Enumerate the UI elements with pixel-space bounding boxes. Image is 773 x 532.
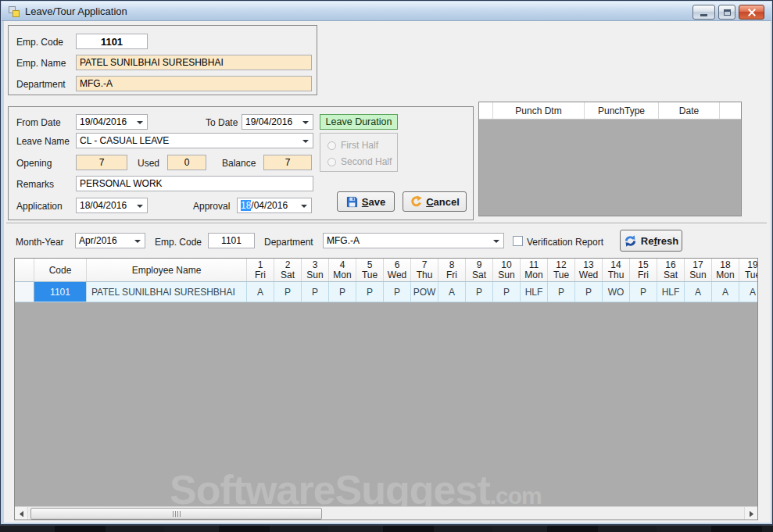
leave-duration-button[interactable]: Leave Duration (320, 114, 398, 130)
scroll-right-button[interactable] (744, 507, 757, 520)
day-status-cell[interactable]: P (274, 282, 302, 302)
second-half-option: Second Half (327, 156, 392, 167)
day-status-cell[interactable]: P (356, 282, 384, 302)
department-field[interactable]: MFG.-A (76, 76, 312, 91)
from-date-label: From Date (16, 117, 61, 128)
approval-date-combo[interactable]: 18/04/2016 (237, 198, 312, 213)
employee-panel: Emp. Code 1101 Emp. Name PATEL SUNILBHAI… (8, 25, 317, 95)
punch-row-header[interactable] (479, 102, 493, 119)
day-column-header[interactable]: 8Fri (438, 259, 466, 281)
day-column-header[interactable]: 7Thu (411, 259, 438, 281)
minimize-button[interactable] (692, 5, 715, 20)
leave-name-combo[interactable]: CL - CASUAL LEAVE (76, 133, 313, 148)
punch-date-column-header[interactable]: Date (659, 102, 720, 119)
day-status-cell[interactable]: P (302, 282, 329, 302)
chevron-down-icon (493, 240, 499, 243)
day-status-cell[interactable]: P (548, 282, 575, 302)
filter-department-combo[interactable]: MFG.-A (323, 233, 504, 248)
day-status-cell[interactable]: A (712, 282, 739, 302)
remarks-input[interactable]: PERSONAL WORK (76, 176, 313, 191)
day-column-header[interactable]: 4Mon (329, 259, 356, 281)
employee-name-cell[interactable]: PATEL SUNILBHAI SURESHBHAI (87, 282, 247, 302)
punch-dtm-column-header[interactable]: Punch Dtm (493, 102, 585, 119)
save-icon (346, 196, 358, 208)
day-column-header[interactable]: 13Wed (575, 259, 603, 281)
day-column-header[interactable]: 16Sat (657, 259, 685, 281)
maximize-icon (724, 9, 731, 16)
day-column-header[interactable]: 12Tue (548, 259, 575, 281)
used-label: Used (138, 158, 159, 169)
day-status-cell[interactable]: A (685, 282, 712, 302)
day-column-header[interactable]: 15Fri (630, 259, 657, 281)
day-column-header[interactable]: 9Sat (466, 259, 493, 281)
day-status-cell[interactable]: P (329, 282, 356, 302)
cancel-label: ancel (434, 196, 460, 208)
horizontal-scrollbar[interactable] (15, 506, 757, 520)
save-button[interactable]: Save (337, 191, 395, 212)
attendance-grid: Code Employee Name 1Fri2Sat3Sun4Mon5Tue6… (14, 258, 758, 520)
cancel-button[interactable]: Cancel (403, 191, 467, 212)
day-column-header[interactable]: 6Wed (384, 259, 411, 281)
day-column-header[interactable]: 1Fri (247, 259, 274, 281)
to-date-label: To Date (206, 117, 238, 128)
day-column-header[interactable]: 18Mon (712, 259, 739, 281)
day-column-header[interactable]: 3Sun (302, 259, 329, 281)
day-status-cell[interactable]: P (384, 282, 411, 302)
to-date-combo[interactable]: 19/04/2016 (242, 114, 313, 130)
code-column-header[interactable]: Code (34, 259, 87, 281)
day-column-header[interactable]: 17Sun (685, 259, 712, 281)
punch-type-column-header[interactable]: PunchType (585, 102, 659, 119)
verification-report-label: Verification Report (527, 237, 603, 248)
day-column-header[interactable]: 14Thu (603, 259, 630, 281)
emp-code-input[interactable]: 1101 (76, 34, 148, 49)
close-button[interactable] (739, 5, 764, 20)
month-year-combo[interactable]: Apr/2016 (75, 233, 145, 248)
row-header-cell[interactable] (15, 282, 34, 302)
day-status-cell[interactable]: P (493, 282, 521, 302)
day-status-cell[interactable]: A (438, 282, 466, 302)
attendance-row[interactable]: 1101 PATEL SUNILBHAI SURESHBHAI APPPPPPO… (15, 282, 757, 302)
day-status-cell[interactable]: WO (603, 282, 630, 302)
emp-name-field[interactable]: PATEL SUNILBHAI SURESHBHAI (76, 55, 312, 70)
approval-date-rest: /04/2016 (251, 200, 288, 211)
half-day-group: First Half Second Half (320, 133, 398, 172)
day-status-cell[interactable]: A (739, 282, 757, 302)
minimize-icon (700, 14, 707, 16)
emp-name-label: Emp. Name (16, 58, 66, 69)
day-column-header[interactable]: 2Sat (274, 259, 302, 281)
application-date-combo[interactable]: 18/04/2016 (76, 198, 148, 213)
filter-emp-code-label: Emp. Code (155, 237, 202, 248)
day-column-header[interactable]: 11Mon (521, 259, 548, 281)
cancel-icon (410, 195, 422, 208)
verification-report-checkbox[interactable] (513, 236, 523, 246)
from-date-combo[interactable]: 19/04/2016 (76, 114, 148, 130)
chevron-down-icon (137, 121, 143, 124)
day-status-cell[interactable]: P (575, 282, 603, 302)
day-status-cell[interactable]: A (247, 282, 274, 302)
filter-emp-code-input[interactable]: 1101 (208, 233, 255, 248)
day-status-cell[interactable]: P (466, 282, 493, 302)
grid-corner-header[interactable] (15, 259, 34, 281)
refresh-label-post: resh (657, 235, 678, 247)
chevron-down-icon (302, 121, 309, 124)
maximize-button[interactable] (718, 5, 735, 20)
code-cell[interactable]: 1101 (34, 282, 87, 302)
refresh-button[interactable]: Refresh (620, 230, 682, 252)
title-bar[interactable]: Leave/Tour Application (2, 2, 771, 21)
leave-name-value: CL - CASUAL LEAVE (80, 135, 169, 146)
day-status-cell[interactable]: HLF (657, 282, 685, 302)
punch-grid: Punch Dtm PunchType Date (478, 102, 742, 216)
scrollbar-grip-icon (173, 511, 181, 517)
window-title: Leave/Tour Application (25, 5, 127, 17)
scrollbar-thumb[interactable] (30, 508, 322, 520)
employee-name-column-header[interactable]: Employee Name (87, 259, 247, 281)
save-label: ave (368, 196, 385, 208)
balance-field: 7 (263, 155, 312, 170)
day-column-header[interactable]: 19Tue (739, 259, 757, 281)
scroll-left-button[interactable] (15, 507, 28, 520)
day-status-cell[interactable]: HLF (521, 282, 548, 302)
day-status-cell[interactable]: P (630, 282, 657, 302)
day-column-header[interactable]: 10Sun (493, 259, 521, 281)
day-status-cell[interactable]: POW (411, 282, 438, 302)
day-column-header[interactable]: 5Tue (356, 259, 384, 281)
